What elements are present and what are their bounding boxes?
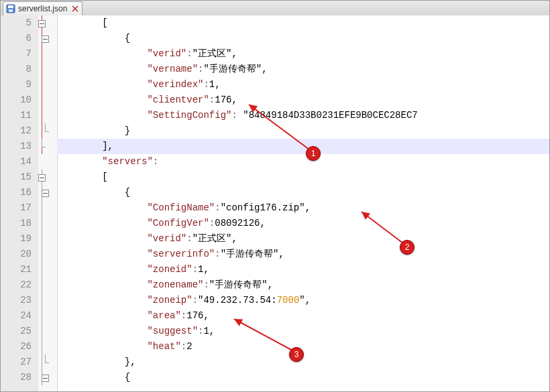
save-icon	[6, 4, 15, 13]
code-line[interactable]: "serverinfo":"手游传奇帮",	[57, 247, 549, 262]
code-line[interactable]: [	[57, 170, 549, 185]
line-number: 26	[1, 339, 38, 354]
code-line[interactable]: "verindex":1,	[57, 77, 549, 92]
line-number: 11	[1, 108, 38, 123]
editor-window: serverlist.json 567891011121314151617181…	[0, 0, 550, 392]
fold-toggle-icon[interactable]	[42, 190, 49, 197]
line-number: 28	[1, 370, 38, 385]
tab-filename: serverlist.json	[18, 4, 67, 13]
code-line[interactable]: ],	[57, 139, 549, 154]
code-line[interactable]: "suggest":1,	[57, 324, 549, 339]
code-line[interactable]: }	[57, 123, 549, 139]
code-line[interactable]: "ConfigName":"config176.zip",	[57, 200, 549, 216]
code-area[interactable]: [ { "verid":"正式区", "vername":"手游传奇帮", "v…	[57, 15, 549, 391]
code-line[interactable]: [	[57, 15, 549, 31]
svg-rect-2	[9, 9, 13, 12]
line-number: 9	[1, 77, 38, 92]
line-number: 21	[1, 262, 38, 277]
line-number: 19	[1, 231, 38, 247]
line-number: 10	[1, 92, 38, 108]
line-number: 5	[1, 15, 38, 31]
fold-toggle-icon[interactable]	[38, 174, 46, 182]
line-number: 22	[1, 277, 38, 293]
code-line[interactable]: "area":176,	[57, 308, 549, 324]
line-number: 15	[1, 170, 38, 185]
svg-rect-1	[8, 5, 13, 8]
code-editor[interactable]: 5678910111213141516171819202122232425262…	[1, 15, 549, 391]
code-line[interactable]: "verid":"正式区",	[57, 46, 549, 62]
code-line[interactable]: "SettingConfig": "84849184D33B0231EFE9B0…	[57, 108, 549, 123]
code-line[interactable]: "verid":"正式区",	[57, 231, 549, 247]
fold-column	[38, 15, 58, 391]
line-number: 23	[1, 293, 38, 308]
tab-bar: serverlist.json	[1, 1, 549, 16]
code-line[interactable]: "zonename":"手游传奇帮",	[57, 277, 549, 293]
code-line[interactable]: "vername":"手游传奇帮",	[57, 62, 549, 77]
line-number: 18	[1, 216, 38, 231]
line-number: 13	[1, 139, 38, 154]
line-number-gutter: 5678910111213141516171819202122232425262…	[1, 15, 39, 391]
fold-toggle-icon[interactable]	[42, 36, 49, 43]
fold-toggle-icon[interactable]	[38, 20, 46, 27]
line-number: 8	[1, 62, 38, 77]
code-line[interactable]: {	[57, 185, 549, 200]
code-line[interactable]: "servers":	[57, 154, 549, 170]
line-number: 17	[1, 200, 38, 216]
line-number: 20	[1, 247, 38, 262]
code-line[interactable]: "ConfigVer":08092126,	[57, 216, 549, 231]
tab-close-icon[interactable]	[71, 5, 79, 13]
file-tab[interactable]: serverlist.json	[3, 1, 82, 15]
fold-toggle-icon[interactable]	[42, 375, 49, 382]
line-number: 24	[1, 308, 38, 324]
line-number: 25	[1, 324, 38, 339]
code-line[interactable]: {	[57, 370, 549, 385]
line-number: 27	[1, 354, 38, 370]
code-line[interactable]: {	[57, 31, 549, 46]
code-line[interactable]: "clientver":176,	[57, 92, 549, 108]
line-number: 7	[1, 46, 38, 62]
line-number: 6	[1, 31, 38, 46]
annotation-badge-2: 2	[400, 240, 415, 255]
annotation-badge-3: 3	[289, 347, 304, 362]
line-number: 14	[1, 154, 38, 170]
line-number: 12	[1, 123, 38, 139]
code-line[interactable]: "zoneip":"49.232.73.54:7000",	[57, 293, 549, 308]
annotation-badge-1: 1	[306, 146, 321, 161]
line-number: 16	[1, 185, 38, 200]
code-line[interactable]: "zoneid":1,	[57, 262, 549, 277]
